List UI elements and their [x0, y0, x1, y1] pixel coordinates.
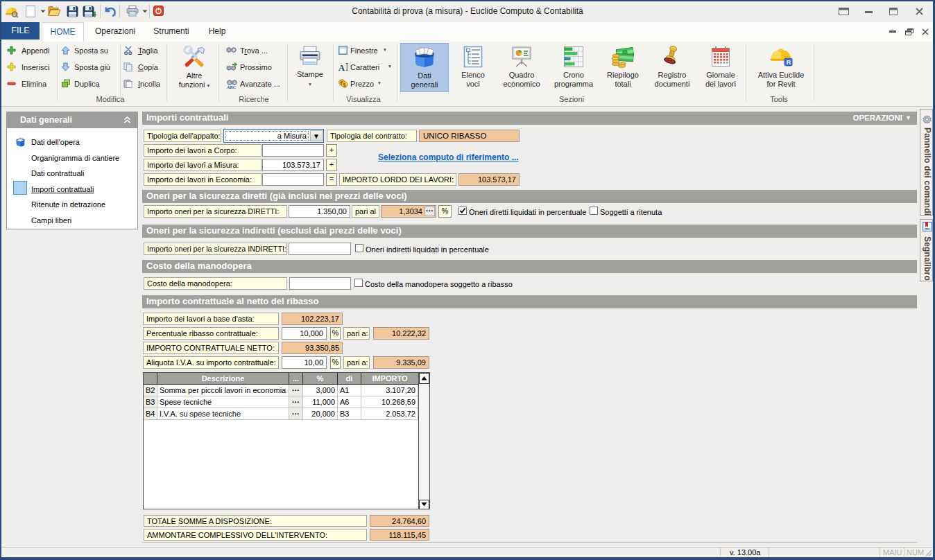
svg-text:ABC: ABC: [226, 85, 237, 89]
svg-text:A: A: [338, 63, 345, 72]
svg-text:R: R: [787, 59, 791, 66]
